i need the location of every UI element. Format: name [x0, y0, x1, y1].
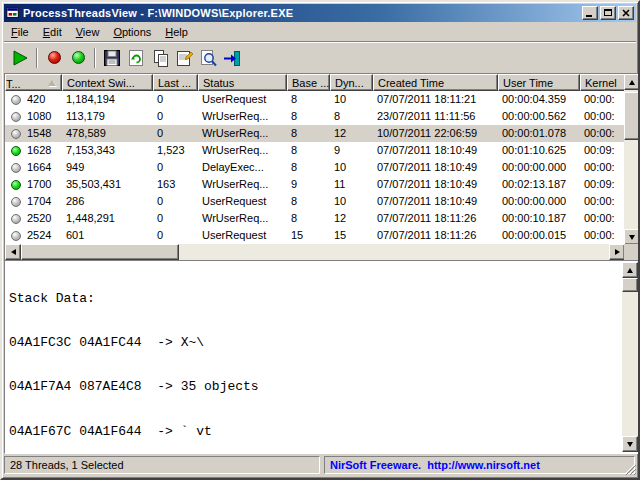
column-header-last[interactable]: Last ...: [153, 74, 198, 91]
minimize-button[interactable]: [582, 6, 598, 20]
table-row[interactable]: 2524 601 0 UserRequest 15 15 07/07/2011 …: [5, 227, 625, 244]
thread-state-icon: [11, 129, 21, 139]
scroll-down-button[interactable]: [622, 436, 638, 452]
refresh-button[interactable]: [124, 46, 148, 70]
toolbar: [4, 41, 636, 73]
scroll-up-button[interactable]: [624, 74, 640, 90]
thread-state-icon: [11, 180, 21, 190]
scroll-right-button[interactable]: [609, 244, 625, 260]
save-button[interactable]: [100, 46, 124, 70]
arrow-up-icon: [629, 80, 635, 85]
title-bar[interactable]: ProcessThreadsView - F:\WINDOWS\Explorer…: [4, 4, 636, 22]
app-icon: [6, 6, 20, 20]
menu-file[interactable]: File: [4, 24, 36, 40]
copy-button[interactable]: [148, 46, 172, 70]
vertical-scroll-thumb[interactable]: [624, 92, 640, 140]
list-vertical-scrollbar[interactable]: [624, 74, 640, 245]
column-header-dynamic-priority[interactable]: Dyn...: [330, 74, 373, 91]
column-header-status[interactable]: Status: [198, 74, 287, 91]
stack-data-panel[interactable]: Stack Data: 04A1FC3C 04A1FC44 -> X~\ 04A…: [4, 260, 640, 454]
arrow-down-icon: [629, 235, 635, 240]
threads-list: T... Context Swi... Last ... Status Base…: [4, 73, 640, 260]
window-title: ProcessThreadsView - F:\WINDOWS\Explorer…: [23, 7, 293, 19]
table-row[interactable]: 1080 113,179 0 WrUserReq... 8 8 23/07/20…: [5, 108, 625, 125]
column-header-kernel-time[interactable]: Kernel: [580, 74, 630, 91]
maximize-button[interactable]: [600, 6, 616, 20]
suspend-thread-button[interactable]: [42, 46, 66, 70]
stack-line: Stack Data:: [9, 292, 622, 307]
menu-options[interactable]: Options: [106, 24, 158, 40]
resume-thread-button[interactable]: [66, 46, 90, 70]
list-header: T... Context Swi... Last ... Status Base…: [5, 74, 625, 91]
toolbar-separator: [36, 48, 38, 68]
properties-button[interactable]: [172, 46, 196, 70]
thread-state-icon: [11, 214, 21, 224]
column-header-user-time[interactable]: User Time: [498, 74, 580, 91]
column-header-thread-id[interactable]: T...: [5, 74, 62, 91]
arrow-down-icon: [627, 442, 633, 447]
app-window: ProcessThreadsView - F:\WINDOWS\Explorer…: [0, 0, 640, 480]
menu-help[interactable]: Help: [158, 24, 195, 40]
save-icon: [102, 48, 122, 68]
column-header-context-switches[interactable]: Context Swi...: [62, 74, 153, 91]
properties-icon: [174, 48, 194, 68]
thread-state-icon: [11, 197, 21, 207]
copy-icon: [150, 48, 170, 68]
sort-arrow-icon: [48, 80, 56, 86]
thread-state-icon: [11, 146, 21, 156]
toolbar-separator: [94, 48, 96, 68]
play-icon: [10, 48, 30, 68]
status-bar: 28 Threads, 1 Selected NirSoft Freeware.…: [4, 453, 636, 476]
minimize-icon: [586, 15, 592, 17]
thread-state-icon: [11, 231, 21, 241]
arrow-left-icon: [11, 249, 16, 255]
stack-data-text: Stack Data: 04A1FC3C 04A1FC44 -> X~\ 04A…: [9, 262, 622, 452]
column-header-base-priority[interactable]: Base ...: [287, 74, 330, 91]
column-header-created-time[interactable]: Created Time: [373, 74, 498, 91]
arrow-right-icon: [615, 249, 620, 255]
menu-bar: File Edit View Options Help: [4, 22, 636, 41]
stack-line: 04A1F7A4 087AE4C8 -> 35 objects: [9, 380, 622, 395]
scroll-left-button[interactable]: [5, 244, 21, 260]
find-button[interactable]: [196, 46, 220, 70]
thread-state-icon: [11, 95, 21, 105]
close-button[interactable]: [618, 6, 634, 20]
exit-icon: [222, 48, 242, 68]
table-row[interactable]: 1700 35,503,431 163 WrUserReq... 9 11 07…: [5, 176, 625, 193]
stack-line: 04A1F67C 04A1F644 -> ` vt: [9, 425, 622, 440]
red-ball-icon: [48, 51, 61, 64]
scrollbar-corner: [624, 244, 640, 260]
maximize-icon: [604, 9, 612, 16]
close-icon: [619, 7, 633, 19]
find-icon: [198, 48, 218, 68]
menu-view[interactable]: View: [69, 24, 107, 40]
table-row[interactable]: 1664 949 0 DelayExec... 8 10 07/07/2011 …: [5, 159, 625, 176]
thread-state-icon: [11, 112, 21, 122]
table-row[interactable]: 420 1,184,194 0 UserRequest 8 10 07/07/2…: [5, 91, 625, 108]
run-button[interactable]: [8, 46, 32, 70]
status-nirsoft-link[interactable]: NirSoft Freeware. http://www.nirsoft.net: [324, 456, 635, 474]
menu-edit[interactable]: Edit: [36, 24, 69, 40]
scroll-up-button[interactable]: [622, 262, 638, 278]
list-horizontal-scrollbar[interactable]: [5, 244, 625, 260]
stack-vertical-scrollbar[interactable]: [622, 262, 638, 452]
horizontal-scroll-thumb[interactable]: [21, 244, 179, 260]
status-threads-count: 28 Threads, 1 Selected: [4, 456, 320, 474]
table-row-selected[interactable]: 1548 478,589 0 WrUserReq... 8 12 10/07/2…: [5, 125, 625, 142]
table-row[interactable]: 1704 286 0 UserRequest 8 10 07/07/2011 1…: [5, 193, 625, 210]
resize-grip[interactable]: [623, 462, 636, 475]
scroll-down-button[interactable]: [624, 229, 640, 245]
vertical-scroll-thumb[interactable]: [622, 278, 638, 292]
arrow-up-icon: [627, 268, 633, 273]
list-rows: 420 1,184,194 0 UserRequest 8 10 07/07/2…: [5, 91, 625, 244]
thread-state-icon: [11, 163, 21, 173]
refresh-icon: [126, 48, 146, 68]
green-ball-icon: [72, 51, 85, 64]
table-row[interactable]: 2520 1,448,291 0 WrUserReq... 8 12 07/07…: [5, 210, 625, 227]
exit-button[interactable]: [220, 46, 244, 70]
table-row[interactable]: 1628 7,153,343 1,523 WrUserReq... 8 9 07…: [5, 142, 625, 159]
stack-line: 04A1FC3C 04A1FC44 -> X~\: [9, 336, 622, 351]
